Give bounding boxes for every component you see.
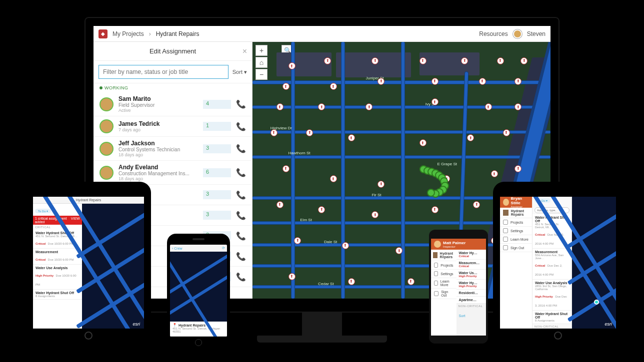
zoom-in-button[interactable]: +: [256, 45, 268, 56]
hydrant-icon[interactable]: ⬆: [330, 83, 337, 90]
phone-icon[interactable]: 📞: [236, 252, 246, 261]
menu-item[interactable]: Projects: [500, 218, 532, 227]
hydrant-icon[interactable]: ⬆: [432, 206, 438, 213]
hydrant-icon[interactable]: ⬆: [473, 201, 480, 208]
hydrant-icon[interactable]: ⬆: [479, 78, 486, 85]
menu-item[interactable]: Projects: [431, 261, 456, 270]
hydrant-icon[interactable]: ⬆: [372, 211, 378, 218]
hydrant-icon[interactable]: ⬆: [288, 62, 296, 69]
breadcrumb-current[interactable]: Hydrant Repairs: [156, 30, 200, 37]
project-tile[interactable]: Hydrant Repairs: [500, 208, 532, 218]
worker-row[interactable]: Sam MaritoField SupervisorActive 4 📞: [94, 92, 252, 116]
app-logo-icon: ◆: [98, 29, 108, 38]
task-card[interactable]: Water Hy…Critical: [456, 250, 486, 260]
hydrant-icon[interactable]: ⬆: [520, 57, 528, 64]
category-noncritical: NON-CRITICAL: [532, 324, 572, 329]
assignment-count: 3: [203, 144, 231, 153]
task-card[interactable]: MeasurementCritical Due 10/20 6:00 PM: [33, 249, 82, 265]
phone-icon[interactable]: 📞: [236, 122, 246, 131]
location-icon: 📍: [172, 323, 177, 327]
phone-icon[interactable]: 📞: [236, 272, 246, 282]
hydrant-icon[interactable]: ⬆: [497, 57, 504, 64]
hydrant-icon[interactable]: ⬆: [282, 83, 290, 90]
category-critical: CRITICAL: [33, 225, 82, 230]
hydrant-icon[interactable]: ⬆: [378, 181, 384, 188]
menu-item[interactable]: Learn More: [500, 235, 532, 244]
phone-icon[interactable]: 📞: [236, 190, 246, 200]
zoom-out-button[interactable]: −: [256, 69, 268, 80]
user-banner[interactable]: Bryan StilleAssigner: [500, 197, 532, 208]
close-icon[interactable]: ×: [242, 47, 247, 56]
hydrant-icon[interactable]: ⬆: [318, 206, 325, 213]
user-banner[interactable]: Matt PalmerInspector: [431, 239, 486, 250]
hydrant-icon[interactable]: ⬆: [276, 103, 284, 110]
menu-item[interactable]: Settings: [500, 227, 532, 235]
card-title[interactable]: Hydrant Repairs: [178, 324, 206, 327]
phone-icon[interactable]: 📞: [236, 231, 246, 241]
hydrant-icon[interactable]: ⬆: [330, 175, 337, 182]
phone-icon[interactable]: 📞: [236, 144, 246, 153]
back-link[interactable]: ‹ Crew: [172, 247, 182, 250]
hydrant-icon[interactable]: ⬆: [270, 129, 278, 136]
hydrant-icon[interactable]: ⬆: [461, 57, 468, 64]
task-card[interactable]: Water Hydrant Shut Off8 Assignments: [532, 311, 572, 324]
hydrant-icon[interactable]: ⬆: [348, 278, 355, 285]
phone-icon[interactable]: 📞: [236, 168, 246, 177]
task-card[interactable]: Residenti…: [456, 290, 486, 297]
task-card[interactable]: Water Hydrant Shut Off8 Assignments: [33, 290, 82, 300]
hydrant-icon[interactable]: ⬆: [420, 139, 426, 146]
task-card[interactable]: Measurement556 Arizona Ave, San Jose…Cri…: [532, 249, 572, 280]
hydrant-icon[interactable]: ⬆: [276, 201, 284, 208]
hydrant-icon[interactable]: ⬆: [467, 134, 474, 141]
filter-input[interactable]: [98, 65, 228, 79]
task-card[interactable]: Measurem…Critical: [456, 260, 486, 270]
hydrant-icon[interactable]: ⬆: [306, 129, 313, 136]
hydrant-icon[interactable]: ⬆: [342, 242, 349, 249]
hydrant-icon[interactable]: ⬆: [485, 103, 492, 110]
refresh-icon[interactable]: ⟳: [222, 246, 225, 250]
worker-row[interactable]: Jeff JacksonControl Systems Technician18…: [94, 137, 252, 161]
phone-icon[interactable]: 📞: [236, 99, 246, 109]
user-avatar[interactable]: [513, 29, 522, 38]
hydrant-icon[interactable]: ⬆: [366, 103, 372, 110]
hydrant-icon[interactable]: ⬆: [432, 98, 438, 105]
hydrant-icon[interactable]: ⬆: [288, 273, 296, 280]
assignment-count: 1: [203, 122, 231, 131]
home-button[interactable]: ⌂: [256, 57, 268, 68]
breadcrumb-root[interactable]: My Projects: [112, 30, 144, 37]
worker-row[interactable]: James Tedrick7 days ago 1 📞: [94, 116, 252, 137]
sort-link[interactable]: Sort: [459, 314, 466, 318]
hydrant-icon[interactable]: ⬆: [282, 165, 290, 172]
hydrant-icon[interactable]: ⬆: [420, 57, 426, 64]
task-card[interactable]: Water Us…High Priority: [456, 270, 486, 280]
hydrant-icon[interactable]: ⬆: [491, 170, 498, 177]
menu-item[interactable]: Settings: [431, 270, 456, 278]
worker-row[interactable]: Andy EvelandConstruction Management Ins.…: [94, 161, 252, 185]
phone-icon[interactable]: 📞: [236, 211, 246, 220]
user-name[interactable]: Steven: [527, 30, 546, 37]
resources-link[interactable]: Resources: [479, 30, 508, 37]
hydrant-icon[interactable]: ⬆: [503, 129, 510, 136]
menu-item[interactable]: Learn More: [431, 278, 456, 289]
hydrant-icon[interactable]: ⬆: [408, 278, 414, 285]
todo-dropdown[interactable]: To Do ▾: [35, 209, 51, 213]
tablet-left: Hydrant Repairs To Do ▾ 1 critical assig…: [26, 182, 151, 344]
panel-title: Edit Assignment: [150, 47, 196, 55]
task-card[interactable]: Water Use Analysis2851 3rd St, San Diego…: [532, 280, 572, 311]
task-card[interactable]: Water Hy…High Priority: [456, 280, 486, 290]
home-button-icon[interactable]: [554, 332, 562, 340]
menu-item[interactable]: Sign Out: [431, 289, 456, 299]
task-card[interactable]: Water Use AnalysisHigh Priority Due 10/2…: [33, 265, 82, 290]
sort-dropdown[interactable]: Sort ▾: [232, 69, 247, 75]
hydrant-icon[interactable]: ⬆: [294, 237, 301, 244]
hydrant-icon[interactable]: ⬆: [432, 78, 438, 85]
avatar: [434, 241, 441, 248]
hydrant-icon[interactable]: ⬆: [318, 103, 325, 110]
menu-item[interactable]: Sign Out: [500, 244, 532, 252]
hydrant-icon[interactable]: ⬆: [348, 134, 355, 141]
task-card[interactable]: Apartme…: [456, 297, 486, 304]
project-tile[interactable]: Hydrant Repairs: [431, 250, 456, 261]
home-button-icon[interactable]: [84, 332, 92, 340]
hydrant-icon[interactable]: ⬆: [324, 57, 331, 64]
home-button-icon[interactable]: [195, 339, 202, 346]
